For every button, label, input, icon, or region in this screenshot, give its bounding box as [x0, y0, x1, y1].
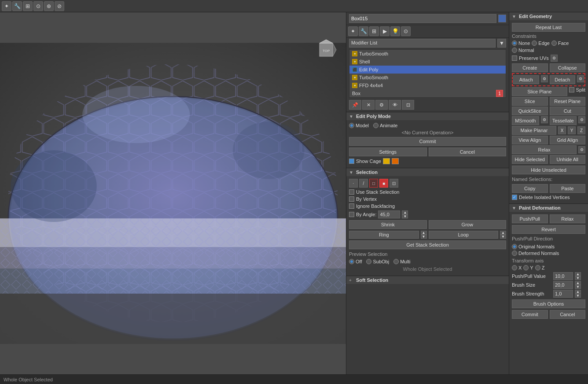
detach-settings[interactable]: ⚙: [577, 75, 584, 82]
object-color-swatch[interactable]: [498, 15, 506, 22]
modifier-list-dropdown[interactable]: ▼: [497, 39, 506, 48]
sel-icon-element[interactable]: ⊡: [390, 179, 398, 188]
tessellate-button[interactable]: Tessellate: [550, 116, 577, 125]
shrink-button[interactable]: Shrink: [349, 220, 427, 229]
tab-display[interactable]: 💡: [390, 26, 400, 36]
brush-options-button[interactable]: Brush Options: [512, 299, 585, 308]
preview-multi-radio[interactable]: Multi: [393, 259, 410, 264]
repeat-last-button[interactable]: Repeat Last: [512, 23, 585, 32]
brush-strength-input[interactable]: [553, 290, 573, 298]
pd-relax-button[interactable]: Relax: [550, 214, 586, 223]
deformed-normals-radio[interactable]: Deformed Normals: [512, 251, 585, 256]
msmooth-settings[interactable]: ⚙: [541, 116, 548, 123]
hide-selected-button[interactable]: Hide Selected: [512, 155, 548, 164]
tessellate-settings[interactable]: ⚙: [578, 116, 585, 123]
config-modifiers-btn[interactable]: ⚙: [375, 100, 388, 110]
sel-icon-border[interactable]: □: [369, 179, 378, 188]
preserve-uvs-settings[interactable]: ⚙: [551, 55, 558, 62]
icon-hierarchy[interactable]: ⊞: [23, 1, 33, 11]
reset-plane-button[interactable]: Reset Plane: [550, 97, 586, 106]
object-name-input[interactable]: Box015: [349, 14, 496, 23]
icon-motion[interactable]: ⊙: [33, 1, 43, 11]
slice-plane-button[interactable]: Slice Plane: [512, 87, 567, 96]
make-planar-button[interactable]: Make Planar: [512, 126, 556, 135]
by-angle-down[interactable]: ▼: [402, 214, 408, 218]
icon-display[interactable]: ⊛: [44, 1, 54, 11]
attach-settings[interactable]: ⚙: [541, 75, 548, 82]
by-vertex-checkbox[interactable]: [349, 196, 354, 202]
edit-geometry-header[interactable]: ▼ Edit Geometry: [509, 12, 588, 20]
show-cage-checkbox[interactable]: [349, 159, 354, 164]
original-normals-radio[interactable]: Original Normals: [512, 244, 585, 249]
cage-color1[interactable]: [383, 158, 390, 164]
grow-button[interactable]: Grow: [429, 220, 507, 229]
ring-down[interactable]: ▼: [421, 235, 427, 239]
bs-down[interactable]: ▼: [575, 285, 581, 289]
cage-color2[interactable]: [392, 158, 399, 164]
icon-utilities[interactable]: ⊘: [55, 1, 64, 11]
by-angle-checkbox[interactable]: [349, 212, 354, 217]
model-radio[interactable]: Model: [349, 123, 369, 128]
get-stack-selection-button[interactable]: Get Stack Selection: [349, 240, 506, 249]
icon-star[interactable]: ✦: [2, 1, 11, 11]
pd-cancel-button[interactable]: Cancel: [550, 310, 586, 319]
settings-button[interactable]: Settings: [349, 148, 427, 156]
grid-align-button[interactable]: Grid Align: [550, 136, 586, 144]
push-pull-value-input[interactable]: [553, 272, 573, 280]
box-item[interactable]: Box 1: [349, 89, 506, 97]
push-pull-button[interactable]: Push/Pull: [512, 214, 548, 223]
bst-up[interactable]: ▲: [575, 290, 581, 294]
view-cube[interactable]: TOP: [315, 39, 337, 61]
bs-up[interactable]: ▲: [575, 281, 581, 285]
modifier-shell[interactable]: ✦ Shell: [349, 58, 506, 66]
y-btn[interactable]: Y: [568, 126, 576, 134]
animate-radio[interactable]: Animate: [373, 123, 397, 128]
tab-motion[interactable]: ▶: [380, 26, 390, 36]
soft-selection-header[interactable]: + Soft Selection: [346, 276, 509, 284]
hide-unselected-button[interactable]: Hide Unselected: [512, 166, 585, 174]
viewport[interactable]: TOP: [0, 12, 346, 374]
unhide-all-button[interactable]: Unhide All: [550, 155, 586, 164]
icon-modify[interactable]: 🔧: [12, 1, 22, 11]
make-unique-btn[interactable]: ⊡: [402, 100, 414, 110]
delete-isolated-checkbox[interactable]: ✓: [512, 195, 517, 200]
cut-button[interactable]: Cut: [550, 107, 586, 115]
sel-icon-vertex[interactable]: ·: [349, 179, 358, 188]
edit-poly-mode-header[interactable]: ▼ Edit Poly Mode: [346, 112, 509, 120]
quickslice-button[interactable]: QuickSlice: [512, 107, 548, 115]
ignore-backfacing-checkbox[interactable]: [349, 203, 354, 209]
normal-radio[interactable]: Normal: [512, 48, 534, 53]
use-stack-checkbox[interactable]: [349, 189, 354, 195]
z-btn[interactable]: Z: [577, 126, 585, 134]
commit-button[interactable]: Commit: [349, 137, 506, 146]
paste-button[interactable]: Paste: [550, 184, 586, 193]
modifier-ffd[interactable]: ✦ FFD 4x4x4: [349, 81, 506, 89]
modifier-editpoly[interactable]: ⬛ Edit Poly: [349, 66, 506, 74]
ppv-up[interactable]: ▲: [575, 272, 581, 276]
face-radio[interactable]: Face: [551, 41, 569, 46]
by-angle-up[interactable]: ▲: [402, 210, 408, 214]
pd-commit-button[interactable]: Commit: [512, 310, 548, 319]
ppv-down[interactable]: ▼: [575, 276, 581, 280]
paint-deformation-header[interactable]: ▼ Paint Deformation: [509, 204, 588, 212]
modifier-turbosmo1[interactable]: ✦ TurboSmooth: [349, 50, 506, 58]
loop-up[interactable]: ▲: [500, 231, 506, 235]
show-result-btn[interactable]: 👁: [389, 100, 401, 110]
revert-button[interactable]: Revert: [512, 225, 585, 234]
tab-modify[interactable]: 🔧: [359, 26, 368, 36]
relax-settings[interactable]: ⚙: [578, 146, 585, 153]
modifier-turbosmo2[interactable]: ✦ TurboSmooth: [349, 74, 506, 81]
brush-size-input[interactable]: [553, 281, 573, 289]
loop-down[interactable]: ▼: [500, 235, 506, 239]
pin-stack-btn[interactable]: 📌: [349, 100, 361, 110]
cancel-epm-button[interactable]: Cancel: [429, 148, 507, 156]
pd-x-radio[interactable]: X: [512, 265, 522, 270]
preview-off-radio[interactable]: Off: [349, 259, 362, 264]
edge-radio[interactable]: Edge: [532, 41, 550, 46]
none-radio[interactable]: None: [512, 41, 530, 46]
tab-utilities[interactable]: ⊙: [401, 26, 411, 36]
loop-button[interactable]: Loop: [429, 231, 499, 239]
selection-header[interactable]: ▼ Selection: [346, 168, 509, 176]
pd-z-radio[interactable]: Z: [535, 265, 545, 270]
create-button[interactable]: Create: [512, 63, 548, 72]
